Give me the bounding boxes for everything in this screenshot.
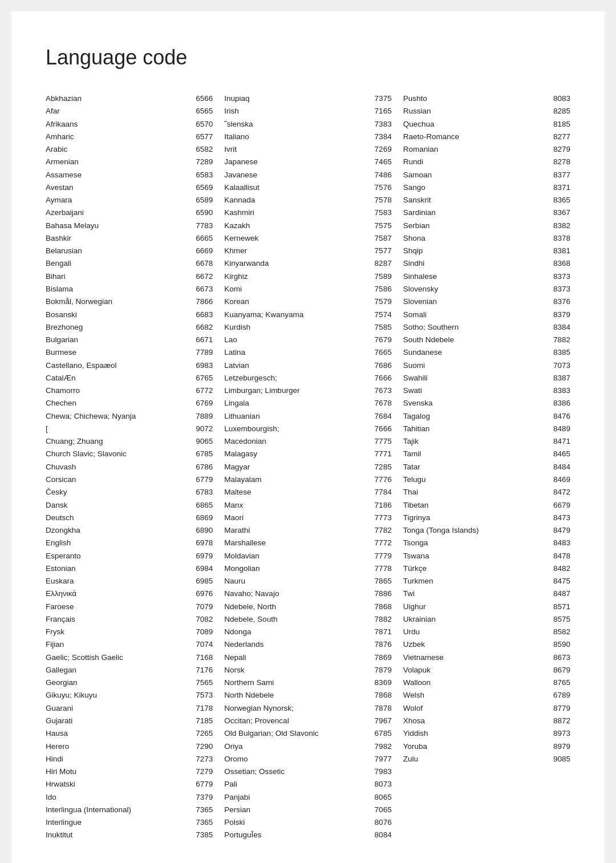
language-code: 8476	[548, 410, 570, 423]
list-item: Yiddish8973	[403, 727, 570, 740]
language-code: 7879	[369, 664, 392, 676]
language-code: 7586	[369, 283, 392, 295]
language-name: Bihari	[46, 270, 185, 283]
language-code: 8378	[548, 232, 570, 245]
language-name: Belarusian	[46, 245, 185, 257]
list-item: Khmer7577	[224, 245, 391, 257]
list-item: Nauru7865	[224, 575, 391, 588]
language-code: 7176	[190, 664, 213, 676]
language-code: 7186	[369, 499, 392, 512]
language-name: Estonian	[46, 562, 185, 575]
language-name: Guarani	[46, 702, 185, 715]
page-title: Language code	[46, 46, 570, 70]
list-item: Assamese6583	[46, 169, 213, 181]
list-item: Letzeburgesch;7666	[224, 372, 391, 384]
language-code: 8582	[548, 626, 570, 638]
language-code: 8673	[548, 651, 570, 664]
language-name: Uzbek	[403, 638, 543, 651]
list-item: Pushto8083	[403, 92, 570, 105]
language-code: 7982	[369, 740, 392, 753]
language-code: 7673	[369, 384, 392, 397]
language-code: 6566	[190, 92, 213, 105]
language-code: 7882	[369, 613, 392, 626]
list-item: Gikuyu; Kikuyu7573	[46, 689, 213, 702]
list-item: Bengali6678	[46, 257, 213, 270]
language-name: Kazakh	[224, 220, 364, 232]
list-item: Afrikaans6570	[46, 118, 213, 131]
language-code: 6769	[190, 397, 213, 410]
language-code: 7977	[369, 753, 392, 765]
list-item: Tswana8478	[403, 550, 570, 562]
list-item: Swahili8387	[403, 372, 570, 384]
language-name: Maltese	[224, 486, 364, 499]
language-code: 8482	[548, 562, 570, 575]
language-code: 7074	[190, 638, 213, 651]
language-name: Tonga (Tonga Islands)	[403, 524, 543, 537]
language-code: 8475	[548, 575, 570, 588]
language-name: Bosanski	[46, 309, 185, 321]
language-name: Georgian	[46, 676, 185, 689]
list-item: Polski8076	[224, 816, 391, 829]
language-table: Abkhazian6566Afar6565Afrikaans6570Amhari…	[46, 92, 570, 842]
language-name: Bislama	[46, 283, 185, 295]
language-name: Navaho; Navajo	[224, 588, 364, 600]
language-code: 7290	[190, 740, 213, 753]
language-name: Azerbaijani	[46, 206, 185, 219]
language-name: Ndebele, South	[224, 613, 364, 626]
language-name: Kalaallisut	[224, 181, 364, 194]
language-code: 7868	[369, 601, 392, 613]
language-name: Bengali	[46, 257, 185, 270]
language-name: Interlingue	[46, 816, 185, 829]
list-item: Sinhalese8373	[403, 270, 570, 283]
language-name: Yoruba	[403, 740, 543, 753]
list-item: Welsh6789	[403, 689, 570, 702]
language-code: 6565	[190, 105, 213, 118]
language-name: Zulu	[403, 753, 543, 765]
language-code: 6678	[190, 257, 213, 270]
list-item: Tibetan6679	[403, 499, 570, 512]
list-item: Ido7379	[46, 791, 213, 804]
language-code: 7665	[369, 346, 392, 359]
list-item: Fijian7074	[46, 638, 213, 651]
list-item: Norwegian Nynorsk;7878	[224, 702, 391, 715]
language-code: 7185	[190, 715, 213, 727]
language-name: Old Bulgarian; Old Slavonic	[224, 727, 364, 740]
language-code: 6671	[190, 334, 213, 346]
language-code: 8979	[548, 740, 570, 753]
language-name: Tahitian	[403, 423, 543, 435]
language-name: Latvian	[224, 359, 364, 372]
list-item: Raeto-Romance8277	[403, 131, 570, 143]
language-code: 6683	[190, 309, 213, 321]
language-code: 7579	[369, 295, 392, 308]
list-item: Euskara6985	[46, 575, 213, 588]
language-code: 6673	[190, 283, 213, 295]
list-item: Avestan6569	[46, 181, 213, 194]
list-item: Chuang; Zhuang9065	[46, 435, 213, 448]
language-name: Afrikaans	[46, 118, 185, 131]
list-item: Burmese7789	[46, 346, 213, 359]
language-code: 6569	[190, 181, 213, 194]
language-code: 7379	[190, 791, 213, 804]
list-item: Bislama6673	[46, 283, 213, 295]
list-item: Somali8379	[403, 309, 570, 321]
list-item: Maori7773	[224, 512, 391, 524]
language-code: 7782	[369, 524, 392, 537]
language-code: 8368	[548, 257, 570, 270]
language-name: Mongolian	[224, 562, 364, 575]
language-code: 7784	[369, 486, 392, 499]
language-name: Moldavian	[224, 550, 364, 562]
list-item: Moldavian7779	[224, 550, 391, 562]
language-code: 8472	[548, 486, 570, 499]
language-code: 7585	[369, 321, 392, 334]
list-item: Sardinian8367	[403, 206, 570, 219]
list-item: Latvian7686	[224, 359, 391, 372]
list-item: Kinyarwanda8287	[224, 257, 391, 270]
language-name: Svenska	[403, 397, 543, 410]
list-item: Ndebele, North7868	[224, 601, 391, 613]
language-name: Kirghiz	[224, 270, 364, 283]
language-code: 7666	[369, 372, 392, 384]
language-name: Kannada	[224, 194, 364, 206]
language-name: Ndebele, North	[224, 601, 364, 613]
language-code: 6976	[190, 588, 213, 600]
list-item: Javanese7486	[224, 169, 391, 181]
